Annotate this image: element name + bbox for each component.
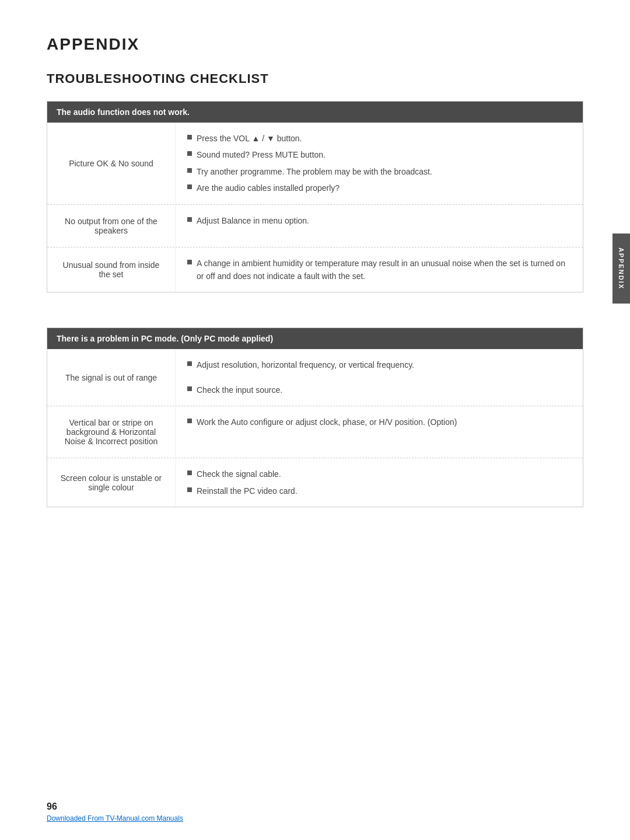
bullet-icon bbox=[187, 260, 192, 264]
row-label-picture-ok: Picture OK & No sound bbox=[47, 123, 176, 204]
bullet-icon bbox=[187, 135, 192, 140]
page-footer: 96 Downloaded From TV-Manual.com Manuals bbox=[47, 801, 583, 822]
bullet-text: A change in ambient humidity or temperat… bbox=[197, 257, 571, 283]
row-content-screen-colour: Check the signal cable. Reinstall the PC… bbox=[176, 458, 583, 507]
bullet-icon bbox=[187, 361, 192, 366]
row-label-signal-range: The signal is out of range bbox=[47, 349, 176, 406]
bullet-icon bbox=[187, 151, 192, 156]
bullet-icon bbox=[187, 386, 192, 391]
bullet-item: Sound muted? Press MUTE button. bbox=[187, 148, 571, 161]
appendix-title: APPENDIX bbox=[47, 35, 583, 54]
bullet-text: Reinstall the PC video card. bbox=[197, 485, 571, 497]
audio-table: The audio function does not work. Pictur… bbox=[47, 101, 583, 292]
row-content-no-output: Adjust Balance in menu option. bbox=[176, 205, 583, 247]
bullet-icon bbox=[187, 184, 192, 189]
bullet-text: Adjust Balance in menu option. bbox=[197, 214, 571, 227]
bullet-item: Try another programme. The problem may b… bbox=[187, 165, 571, 178]
page-number: 96 bbox=[47, 801, 57, 812]
row-label-no-output: No output from one of the speakers bbox=[47, 205, 176, 247]
bullet-icon bbox=[187, 470, 192, 475]
main-content: APPENDIX TROUBLESHOOTING CHECKLIST The a… bbox=[0, 0, 630, 589]
footer-link[interactable]: Downloaded From TV-Manual.com Manuals bbox=[47, 814, 183, 822]
bullet-item: Press the VOL ▲ / ▼ button. bbox=[187, 132, 571, 145]
section-title: TROUBLESHOOTING CHECKLIST bbox=[47, 71, 583, 86]
row-label-screen-colour: Screen colour is unstable or single colo… bbox=[47, 458, 176, 507]
audio-table-header: The audio function does not work. bbox=[47, 102, 583, 123]
pc-mode-table: There is a problem in PC mode. (Only PC … bbox=[47, 327, 583, 507]
bullet-text: Check the input source. bbox=[197, 384, 571, 396]
bullet-text: Sound muted? Press MUTE button. bbox=[197, 148, 571, 161]
bullet-icon bbox=[187, 487, 192, 492]
bullet-icon bbox=[187, 168, 192, 173]
table-row: Screen colour is unstable or single colo… bbox=[47, 458, 583, 507]
row-label-vertical-bar: Vertical bar or stripe on background & H… bbox=[47, 406, 176, 458]
table-row: The signal is out of range Adjust resolu… bbox=[47, 349, 583, 406]
row-content-vertical-bar: Work the Auto configure or adjust clock,… bbox=[176, 406, 583, 458]
row-content-signal-range: Adjust resolution, horizontal frequency,… bbox=[176, 349, 583, 406]
table-row: No output from one of the speakers Adjus… bbox=[47, 205, 583, 248]
bullet-text: Press the VOL ▲ / ▼ button. bbox=[197, 132, 571, 145]
row-content-unusual-sound: A change in ambient humidity or temperat… bbox=[176, 248, 583, 292]
bullet-item: Work the Auto configure or adjust clock,… bbox=[187, 416, 571, 428]
bullet-text: Work the Auto configure or adjust clock,… bbox=[197, 416, 571, 428]
bullet-item: Check the signal cable. bbox=[187, 468, 571, 480]
bullet-text: Adjust resolution, horizontal frequency,… bbox=[197, 358, 571, 371]
row-label-unusual-sound: Unusual sound from inside the set bbox=[47, 248, 176, 292]
table-row: Unusual sound from inside the set A chan… bbox=[47, 248, 583, 292]
sidebar-label: APPENDIX bbox=[618, 248, 625, 290]
bullet-item: A change in ambient humidity or temperat… bbox=[187, 257, 571, 283]
bullet-item: Adjust Balance in menu option. bbox=[187, 214, 571, 227]
bullet-text: Try another programme. The problem may b… bbox=[197, 165, 571, 178]
bullet-item: Check the input source. bbox=[187, 384, 571, 396]
bullet-text: Are the audio cables installed properly? bbox=[197, 182, 571, 194]
table-row: Picture OK & No sound Press the VOL ▲ / … bbox=[47, 123, 583, 205]
bullet-icon bbox=[187, 217, 192, 222]
table-row: Vertical bar or stripe on background & H… bbox=[47, 406, 583, 458]
bullet-item: Are the audio cables installed properly? bbox=[187, 182, 571, 194]
row-content-picture-ok: Press the VOL ▲ / ▼ button. Sound muted?… bbox=[176, 123, 583, 204]
bullet-item: Adjust resolution, horizontal frequency,… bbox=[187, 358, 571, 371]
bullet-text: Check the signal cable. bbox=[197, 468, 571, 480]
sidebar-appendix: APPENDIX bbox=[612, 233, 630, 304]
bullet-item: Reinstall the PC video card. bbox=[187, 485, 571, 497]
pc-mode-table-header: There is a problem in PC mode. (Only PC … bbox=[47, 328, 583, 349]
bullet-icon bbox=[187, 419, 192, 423]
